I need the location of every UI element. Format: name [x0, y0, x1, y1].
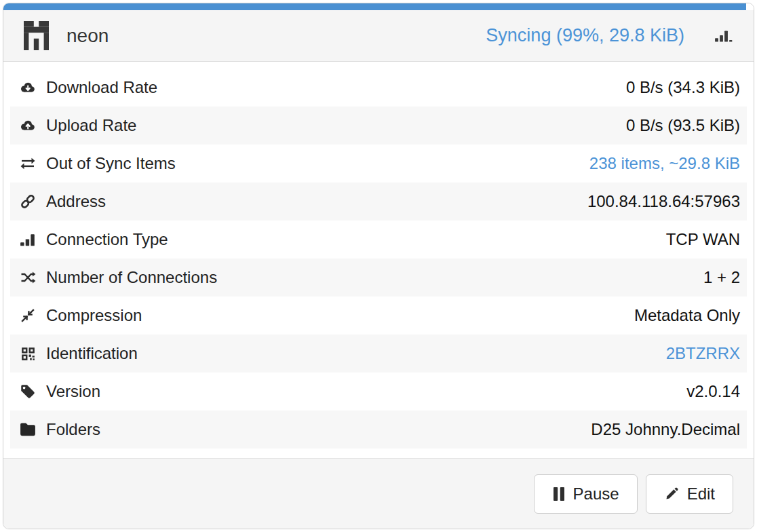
table-row-folders: Folders D25 Johnny.Decimal	[10, 411, 747, 449]
tag-icon	[16, 383, 39, 400]
edit-button-label: Edit	[687, 486, 715, 502]
row-label: Download Rate	[46, 78, 626, 97]
row-label: Compression	[46, 306, 634, 325]
table-row-connections: Number of Connections 1 + 2	[10, 259, 747, 297]
connection-quality-icon	[714, 28, 733, 44]
table-row-version: Version v2.0.14	[10, 373, 747, 411]
row-value: 0 B/s (93.5 KiB)	[626, 116, 740, 135]
shuffle-icon	[16, 269, 39, 286]
device-panel-header[interactable]: neon Syncing (99%, 29.8 KiB)	[3, 10, 754, 62]
pencil-icon	[664, 486, 680, 501]
table-row-download-rate: Download Rate 0 B/s (34.3 KiB)	[10, 69, 747, 107]
table-row-upload-rate: Upload Rate 0 B/s (93.5 KiB)	[10, 107, 747, 145]
row-label: Identification	[46, 344, 666, 363]
row-label: Number of Connections	[46, 268, 703, 287]
row-label: Connection Type	[46, 230, 666, 249]
row-value: 0 B/s (34.3 KiB)	[626, 78, 740, 97]
folder-icon	[16, 421, 39, 438]
pause-button[interactable]: Pause	[534, 474, 638, 514]
out-of-sync-link[interactable]: 238 items, ~29.8 KiB	[589, 154, 740, 173]
table-row-compression: Compression Metadata Only	[10, 297, 747, 335]
row-label: Out of Sync Items	[46, 154, 589, 173]
row-label: Address	[46, 192, 587, 211]
row-value: 100.84.118.64:57963	[587, 192, 740, 211]
row-label: Folders	[46, 420, 591, 439]
cloud-download-icon	[16, 79, 39, 96]
exchange-arrows-icon	[16, 155, 39, 172]
row-value: 1 + 2	[703, 268, 740, 287]
edit-button[interactable]: Edit	[646, 474, 733, 514]
sync-progress-track	[3, 3, 754, 10]
panel-footer: Pause Edit	[3, 458, 754, 529]
row-value: Metadata Only	[634, 306, 740, 325]
compress-icon	[16, 307, 39, 324]
row-value: TCP WAN	[666, 230, 740, 249]
row-value: D25 Johnny.Decimal	[591, 420, 740, 439]
row-label: Upload Rate	[46, 116, 626, 135]
pause-icon	[552, 486, 566, 502]
device-identicon-icon	[24, 21, 49, 50]
cloud-upload-icon	[16, 117, 39, 134]
table-row-identification: Identification 2BTZRRX	[10, 335, 747, 373]
sync-progress-bar	[3, 3, 746, 10]
device-id-link[interactable]: 2BTZRRX	[666, 344, 740, 363]
sync-status-text: Syncing (99%, 29.8 KiB)	[486, 25, 684, 46]
table-row-connection-type: Connection Type TCP WAN	[10, 221, 747, 259]
link-icon	[16, 193, 39, 210]
row-value: v2.0.14	[686, 382, 740, 401]
device-info-table: Download Rate 0 B/s (34.3 KiB) Upload Ra…	[3, 62, 754, 458]
page: neon Syncing (99%, 29.8 KiB)	[0, 0, 757, 532]
signal-bars-icon	[16, 231, 39, 248]
device-panel: neon Syncing (99%, 29.8 KiB)	[3, 3, 754, 529]
qr-code-icon	[16, 345, 39, 362]
table-row-out-of-sync: Out of Sync Items 238 items, ~29.8 KiB	[10, 145, 747, 183]
pause-button-label: Pause	[573, 486, 619, 502]
device-name: neon	[66, 25, 109, 47]
table-row-address: Address 100.84.118.64:57963	[10, 183, 747, 221]
row-label: Version	[46, 382, 686, 401]
